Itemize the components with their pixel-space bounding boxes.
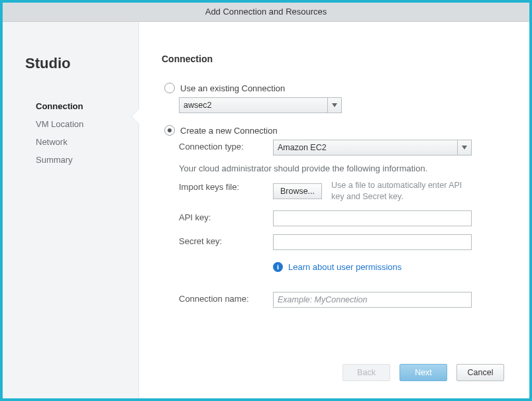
row-connection-type: Connection type: Amazon EC2 [179, 140, 504, 156]
back-button: Back [343, 364, 390, 381]
wizard-footer: Back Next Cancel [343, 364, 504, 381]
connection-type-dropdown[interactable]: Amazon EC2 [273, 140, 472, 156]
nav-item-network[interactable]: Network [36, 137, 138, 147]
row-secret-key: Secret key: [179, 234, 504, 250]
row-connection-name: Connection name: [179, 292, 504, 308]
next-button[interactable]: Next [399, 364, 447, 381]
connection-type-value: Amazon EC2 [278, 143, 457, 152]
nav-item-summary[interactable]: Summary [36, 155, 138, 165]
row-learn-link: i Learn about user permissions [179, 258, 504, 284]
wizard-window: Add Connection and Resources Studio Conn… [0, 0, 532, 401]
import-keys-label: Import keys file: [179, 180, 273, 192]
main-panel: Connection Use an existing Connection aw… [138, 22, 529, 398]
existing-block: awsec2 [179, 97, 504, 113]
option-existing-label: Use an existing Connection [180, 83, 285, 93]
step-indicator-notch [132, 109, 139, 124]
connection-type-label: Connection type: [179, 140, 273, 152]
option-existing-row: Use an existing Connection [164, 83, 504, 93]
secret-key-input[interactable] [273, 234, 472, 250]
cancel-button[interactable]: Cancel [456, 364, 504, 381]
learn-permissions-link[interactable]: Learn about user permissions [288, 262, 401, 272]
row-import-keys: Import keys file: Browse... Use a file t… [179, 180, 504, 202]
nav-item-connection[interactable]: Connection [36, 101, 138, 111]
secret-key-label: Secret key: [179, 234, 273, 246]
info-icon: i [273, 262, 283, 272]
radio-existing[interactable] [164, 83, 175, 93]
window-title: Add Connection and Resources [3, 3, 529, 22]
admin-info-text: Your cloud administrator should provide … [179, 163, 504, 173]
brand-title: Studio [25, 55, 138, 72]
api-key-label: API key: [179, 210, 273, 222]
option-new-row: Create a new Connection [164, 125, 504, 136]
sidebar: Studio Connection VM Location Network Su… [3, 22, 138, 398]
wizard-body: Studio Connection VM Location Network Su… [3, 22, 529, 398]
nav-item-vm-location[interactable]: VM Location [36, 119, 138, 129]
row-api-key: API key: [179, 210, 504, 226]
chevron-down-icon [327, 98, 341, 112]
connection-name-input[interactable] [273, 292, 472, 308]
option-new-label: Create a new Connection [180, 126, 278, 136]
browse-button[interactable]: Browse... [273, 183, 322, 199]
chevron-down-icon [457, 140, 471, 155]
existing-connection-dropdown[interactable]: awsec2 [179, 97, 342, 113]
radio-new[interactable] [164, 125, 175, 136]
connection-name-label: Connection name: [179, 292, 273, 304]
page-heading: Connection [162, 54, 504, 64]
new-block: Connection type: Amazon EC2 Your cloud a… [179, 140, 504, 316]
existing-connection-value: awsec2 [184, 101, 327, 110]
import-keys-help: Use a file to automatically enter API ke… [331, 180, 470, 202]
api-key-input[interactable] [273, 210, 472, 226]
